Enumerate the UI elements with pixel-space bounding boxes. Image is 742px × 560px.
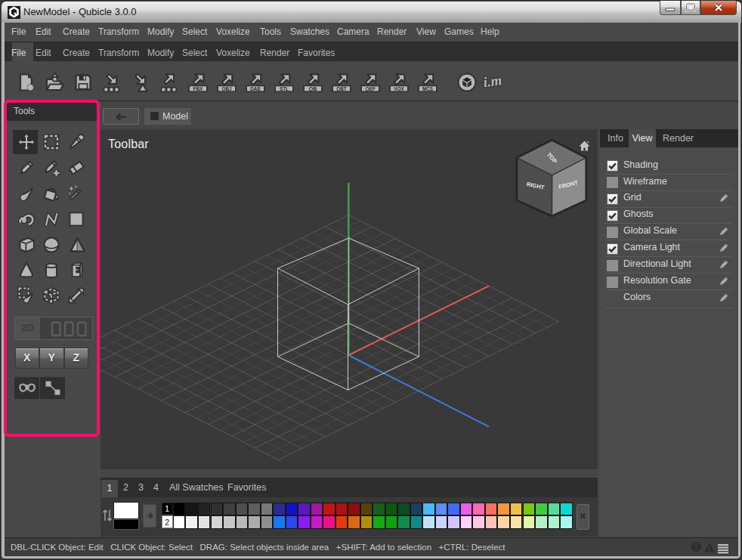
svg-text:STL: STL	[280, 86, 289, 91]
svg-text:QBT: QBT	[336, 86, 347, 92]
svg-text:QB: QB	[309, 86, 317, 92]
svg-text:MCS: MCS	[422, 86, 433, 91]
svg-text:OBJ: OBJ	[221, 86, 232, 91]
svg-text:VOX: VOX	[394, 86, 404, 91]
svg-text:QEF: QEF	[365, 86, 375, 92]
svg-text:DAE: DAE	[250, 86, 261, 91]
svg-text:FBX: FBX	[193, 86, 204, 91]
